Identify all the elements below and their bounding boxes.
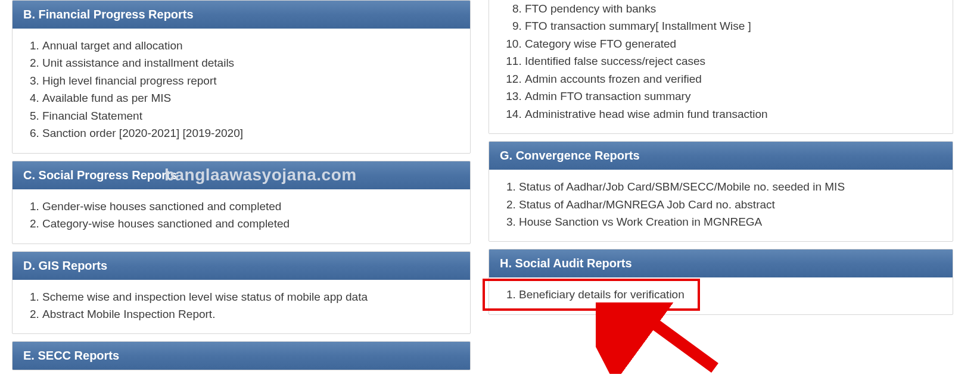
list-d: Scheme wise and inspection level wise st… xyxy=(42,288,459,323)
panel-header-b: B. Financial Progress Reports xyxy=(13,1,470,29)
list-c: Gender-wise houses sanctioned and comple… xyxy=(42,198,459,233)
panel-body-c: Gender-wise houses sanctioned and comple… xyxy=(13,189,470,244)
panel-header-c: C. Social Progress Reports banglaawasyoj… xyxy=(13,161,470,189)
report-link[interactable]: Unit assistance and installment details xyxy=(42,54,459,71)
report-link[interactable]: Status of Aadhar/MGNREGA Job Card no. ab… xyxy=(519,196,942,213)
report-link[interactable]: Category-wise houses sanctioned and comp… xyxy=(42,215,459,232)
report-link[interactable]: House Sanction vs Work Creation in MGNRE… xyxy=(519,213,942,230)
report-link[interactable]: Gender-wise houses sanctioned and comple… xyxy=(42,198,459,215)
report-link[interactable]: Available fund as per MIS xyxy=(42,89,459,107)
report-link[interactable]: Admin FTO transaction summary xyxy=(525,88,942,105)
panel-body-b: Annual target and allocation Unit assist… xyxy=(13,29,470,153)
panel-gis: D. GIS Reports Scheme wise and inspectio… xyxy=(12,251,471,335)
report-link[interactable]: Financial Statement xyxy=(42,107,459,124)
report-link[interactable]: Annual target and allocation xyxy=(42,37,459,54)
report-link[interactable]: Identified false success/reject cases xyxy=(525,52,942,70)
report-link[interactable]: Category wise FTO generated xyxy=(525,35,942,52)
list-f: FTO pendency with banks FTO transaction … xyxy=(525,0,942,123)
panel-secc: E. SECC Reports xyxy=(12,341,471,370)
report-link[interactable]: Abstract Mobile Inspection Report. xyxy=(42,305,459,323)
panel-body-d: Scheme wise and inspection level wise st… xyxy=(13,280,470,334)
report-link[interactable]: High level financial progress report xyxy=(42,72,459,89)
panel-f-continued: FTO pendency with banks FTO transaction … xyxy=(489,0,953,134)
panel-body-h: Beneficiary details for verification xyxy=(489,277,953,314)
report-link[interactable]: Admin accounts frozen and verified xyxy=(525,70,942,88)
report-link[interactable]: FTO transaction summary[ Installment Wis… xyxy=(525,17,942,35)
panel-header-e: E. SECC Reports xyxy=(13,342,470,370)
list-b: Annual target and allocation Unit assist… xyxy=(42,37,459,142)
list-h: Beneficiary details for verification xyxy=(519,286,942,303)
report-link[interactable]: Scheme wise and inspection level wise st… xyxy=(42,288,459,305)
right-column: FTO pendency with banks FTO transaction … xyxy=(489,0,953,377)
list-g: Status of Aadhar/Job Card/SBM/SECC/Mobil… xyxy=(519,178,942,230)
panel-body-g: Status of Aadhar/Job Card/SBM/SECC/Mobil… xyxy=(489,170,953,241)
panel-title-c: C. Social Progress Reports xyxy=(23,168,177,182)
panel-social-progress: C. Social Progress Reports banglaawasyoj… xyxy=(12,161,471,244)
report-link[interactable]: FTO pendency with banks xyxy=(525,0,942,17)
report-link-beneficiary-details[interactable]: Beneficiary details for verification xyxy=(519,286,942,303)
panel-header-d: D. GIS Reports xyxy=(13,252,470,280)
report-link[interactable]: Status of Aadhar/Job Card/SBM/SECC/Mobil… xyxy=(519,178,942,195)
left-column: B. Financial Progress Reports Annual tar… xyxy=(12,0,471,377)
panel-social-audit: H. Social Audit Reports Beneficiary deta… xyxy=(489,249,953,314)
panel-header-h: H. Social Audit Reports xyxy=(489,249,953,277)
watermark-text: banglaawasyojana.com xyxy=(164,166,357,185)
panel-header-g: G. Convergence Reports xyxy=(489,142,953,170)
panel-financial-progress: B. Financial Progress Reports Annual tar… xyxy=(12,0,471,154)
report-link[interactable]: Administrative head wise admin fund tran… xyxy=(525,105,942,123)
report-columns: B. Financial Progress Reports Annual tar… xyxy=(0,0,980,377)
panel-convergence: G. Convergence Reports Status of Aadhar/… xyxy=(489,141,953,242)
report-link[interactable]: Sanction order [2020-2021] [2019-2020] xyxy=(42,124,459,142)
panel-body-f: FTO pendency with banks FTO transaction … xyxy=(489,0,953,133)
